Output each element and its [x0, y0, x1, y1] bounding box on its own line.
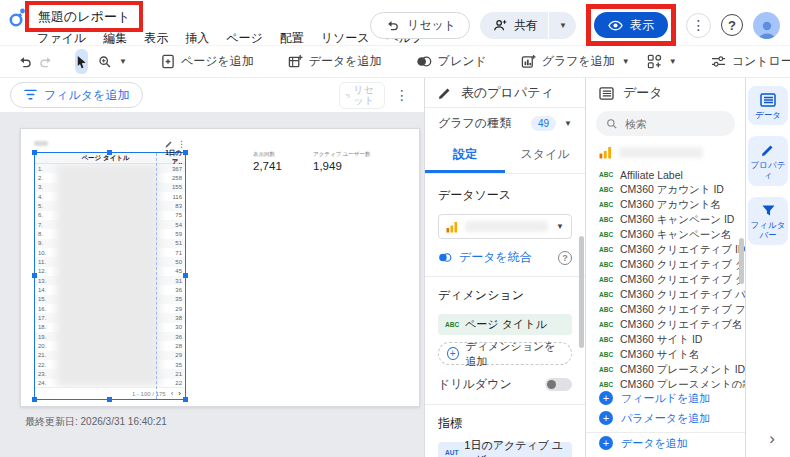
selection-handle[interactable] [32, 150, 37, 155]
dimension-chip[interactable]: ABC ページ タイトル [438, 314, 572, 335]
selection-handle[interactable] [183, 150, 188, 155]
table-chart[interactable]: ページ タイトル 1日のア.. 1. 367 [34, 152, 186, 400]
table-body: 1. 367 2. 258 [35, 164, 185, 387]
previous-page-icon[interactable]: ‹ [171, 390, 174, 398]
data-panel: データ ABC Affiliate Label ABC [586, 78, 746, 457]
scorecard-active-users[interactable]: アクティブ ユーザー数 1,949 [313, 151, 383, 172]
field-item[interactable]: ABC CM360 クリエイティブ ID [586, 242, 745, 257]
field-item[interactable]: ABC CM360 サイト ID [586, 332, 745, 347]
data-source-row[interactable] [586, 142, 745, 167]
main-area: フィルタを追加 リセット ⋮ ⋮ [0, 78, 790, 457]
menu-item[interactable]: ファイル [37, 30, 86, 47]
field-item[interactable]: ABC CM360 キャンペーン ID [586, 212, 745, 227]
selection-handle[interactable] [183, 273, 188, 278]
menu-item[interactable]: ページ [226, 30, 263, 47]
rail-filter-bar-button[interactable]: フィルタバー [748, 197, 788, 245]
redo-button[interactable] [37, 53, 55, 71]
rail-properties-button[interactable]: プロパティ [748, 136, 788, 185]
add-page-button[interactable]: ページを追加 [154, 49, 261, 75]
add-data-button[interactable]: + データを追加 [586, 437, 745, 457]
scrollbar-thumb[interactable] [579, 236, 584, 348]
filter-icon [24, 89, 37, 101]
field-item[interactable]: ABC CM360 クリエイティブ バージョン [586, 287, 745, 302]
field-type-abc-icon: ABC [599, 246, 614, 253]
expand-chevron-icon[interactable]: › [769, 429, 775, 449]
pencil-icon [438, 86, 452, 100]
share-button-main[interactable]: 共有 [480, 12, 548, 39]
next-page-icon[interactable]: › [178, 390, 181, 398]
metric-chip[interactable]: AUT 1日のアクティブ ユーザー [438, 442, 572, 457]
selection-handle[interactable] [32, 397, 37, 402]
list-icon [760, 93, 776, 107]
field-type-abc-icon: ABC [599, 336, 614, 343]
filter-bar-right: リセット ⋮ [339, 82, 414, 109]
select-tool-button[interactable] [75, 49, 88, 74]
tab-setup[interactable]: 設定 [425, 138, 505, 173]
add-field-button[interactable]: + フィールドを追加 [586, 388, 745, 408]
pencil-icon[interactable] [165, 140, 173, 148]
report-canvas[interactable]: ⋮ ページ [0, 112, 424, 457]
community-visualizations-button[interactable]: ▼ [640, 49, 684, 75]
selection-handle[interactable] [107, 397, 112, 402]
drilldown-toggle[interactable] [545, 378, 572, 391]
menu-item[interactable]: 編集 [103, 30, 127, 47]
add-chart-button[interactable]: グラフを追加 ▼ [514, 49, 637, 75]
menu-item[interactable]: 表示 [144, 30, 168, 47]
tab-style[interactable]: スタイル [505, 138, 585, 173]
filter-bar-more-button[interactable]: ⋮ [390, 87, 414, 103]
share-dropdown-arrow[interactable]: ▼ [548, 12, 576, 39]
report-page[interactable]: ⋮ ページ [20, 128, 420, 407]
add-dimension-button[interactable]: + ディメンションを追加 [438, 342, 572, 365]
divider [586, 432, 745, 433]
field-item[interactable]: ABC CM360 アカウント名 [586, 197, 745, 212]
menu-item[interactable]: リソース [321, 30, 370, 47]
scorecard-value: 1,949 [313, 160, 383, 172]
chart-more-button[interactable]: ⋮ [177, 139, 186, 149]
data-source-select[interactable]: ▼ [438, 214, 572, 239]
add-parameter-button[interactable]: + パラメータを追加 [586, 408, 745, 428]
field-item[interactable]: ABC CM360 キャンペーン名 [586, 227, 745, 242]
chevron-down-icon: ▼ [119, 57, 127, 66]
properties-panel: 表のプロパティ グラフの種類 49 ▼ 設定 スタイル データソース ▼ [424, 78, 586, 457]
field-item[interactable]: ABC CM360 アカウント ID [586, 182, 745, 197]
field-item[interactable]: ABC CM360 クリエイティブ名 [586, 317, 745, 332]
selection-handle[interactable] [183, 397, 188, 402]
field-item[interactable]: ABC CM360 サイト名 [586, 347, 745, 362]
view-button[interactable]: 表示 [594, 12, 668, 38]
undo-button[interactable] [16, 53, 34, 71]
section-metric: 指標 [438, 415, 572, 432]
field-item[interactable]: ABC Affiliate Label [586, 167, 745, 182]
filter-reset-button[interactable]: リセット [339, 82, 385, 109]
chart-add-icon [521, 54, 536, 69]
field-item[interactable]: ABC CM360 クリエイティブ フォーマッ... [586, 302, 745, 317]
page-add-icon [161, 54, 175, 69]
reset-button[interactable]: リセット [370, 12, 470, 39]
menu-item[interactable]: 配置 [280, 30, 304, 47]
add-data-button[interactable]: データを追加 [281, 49, 389, 75]
search-box[interactable] [596, 111, 735, 136]
field-item[interactable]: ABC CM360 クリエイティブ タイプ ID [586, 272, 745, 287]
blend-data-link[interactable]: データを統合 ? [438, 249, 572, 266]
analytics-icon [446, 221, 458, 233]
help-icon[interactable]: ? [558, 251, 572, 265]
add-filter-button[interactable]: フィルタを追加 [10, 82, 143, 108]
selection-handle[interactable] [32, 273, 37, 278]
field-item[interactable]: ABC CM360 プレースメントの課金形態 [586, 377, 745, 388]
zoom-tool-button[interactable]: ▼ [91, 49, 134, 75]
rail-data-button[interactable]: データ [748, 86, 788, 125]
more-options-button[interactable]: ⋮ [686, 13, 711, 38]
menu-item[interactable]: 挿入 [185, 30, 209, 47]
vertical-dots-icon: ⋮ [692, 17, 706, 33]
add-control-button[interactable]: コントロールを追加 ▼ [704, 49, 790, 75]
field-item[interactable]: ABC CM360 クリエイティブ タイプ [586, 257, 745, 272]
field-item[interactable]: ABC CM360 プレースメント ID [586, 362, 745, 377]
field-type-abc-icon: ABC [599, 261, 614, 268]
selection-handle[interactable] [107, 150, 112, 155]
scrollbar-thumb[interactable] [739, 238, 744, 284]
user-avatar[interactable] [753, 12, 780, 39]
help-button[interactable]: ? [721, 14, 743, 36]
search-input[interactable] [625, 118, 725, 130]
chart-type-selector[interactable]: グラフの種類 49 ▼ [425, 108, 585, 138]
report-title[interactable]: 無題のレポート [38, 9, 130, 24]
blend-button[interactable]: ブレンド [409, 49, 494, 75]
